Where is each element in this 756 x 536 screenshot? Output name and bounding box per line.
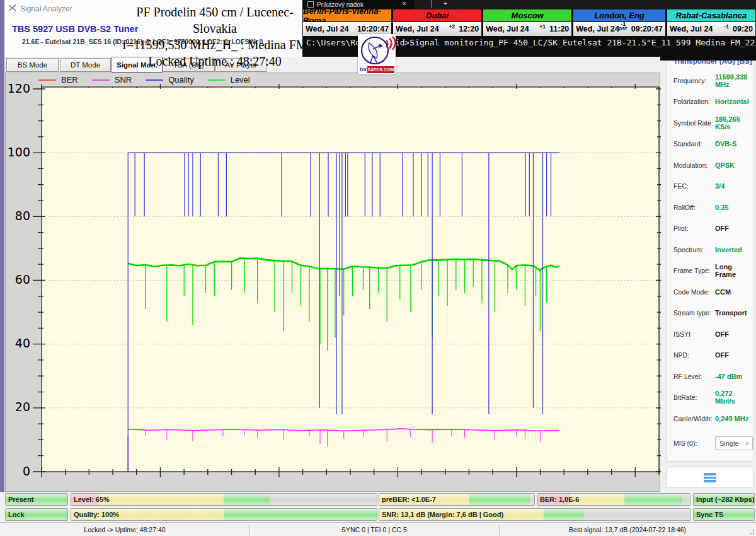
mis-select[interactable]: Single∨ <box>715 436 753 450</box>
sidebar-row-value: CCM <box>715 288 731 296</box>
statusbar-cell-0: Locked -> Uptime: 48:27:40 <box>0 523 249 536</box>
console-split-button[interactable]: │ <box>426 0 437 7</box>
gauge-ber: BER: 1,0E-6 <box>537 493 690 506</box>
signal-analyzer-window: Signal Analyzer TBS 5927 USB DVB-S2 Tune… <box>0 0 756 536</box>
sidebar-row-value: 3/4 <box>715 182 724 190</box>
sidebar-row: Standard:DVB-S <box>667 134 753 155</box>
statusbar-cell-1: SYNC 0 | TEI 0 | CC 5 <box>249 523 499 536</box>
legend-item-snr: SNR <box>92 75 132 84</box>
sidebar-row-label: Polarization: <box>673 98 715 105</box>
sidebar-row: Modulation:QPSK <box>667 154 753 176</box>
clock-0: Berlin-Paris-Vienna-RomaWed, Jul 2410:20… <box>302 9 392 37</box>
chart-panel: 020406080100120 BERSNRQualityLevel <box>5 73 660 492</box>
sidebar-row-label: Standard: <box>673 140 715 148</box>
legend-line-icon <box>146 79 163 81</box>
gauge-label: Input (~282 Kbps) <box>696 494 755 505</box>
overlay-line1: PF Prodelin 450 cm / Lucenec-Slovakia <box>122 4 308 37</box>
sidebar-row-value: 0,249 MHz <box>715 415 748 422</box>
gauge-label: Lock <box>8 509 25 520</box>
sidebar-row-label: Code Mode: <box>673 288 715 296</box>
window-title: Signal Analyzer <box>20 4 72 13</box>
clock-time: Wed, Jul 24+111:20 <box>483 22 572 37</box>
list-icon <box>704 473 716 482</box>
sidebar-tool-button[interactable] <box>667 467 753 488</box>
tab-dt-mode[interactable]: DT Mode <box>60 58 111 72</box>
gauge-strip: PresentLevel: 65%preBER: <1.0E-7BER: 1,0… <box>0 492 756 522</box>
clock-2: MoscowWed, Jul 24+111:20 <box>483 9 572 37</box>
clock-3: London, EngWed, Jul 24-1DST09:20:47 <box>573 9 666 37</box>
sidebar-row-value: Transport <box>715 309 747 317</box>
sidebar-row: Code Mode:CCM <box>667 281 753 303</box>
legend-item-level: Level <box>208 75 250 84</box>
gauge-level: Level: 65% <box>71 493 377 506</box>
tab-bs-mode[interactable]: BS Mode <box>6 58 59 72</box>
legend-line-icon <box>208 79 226 81</box>
logo-dx: DX <box>359 66 367 73</box>
sidebar-row-label: Frame Type: <box>673 267 715 274</box>
sidebar-row-label: RollOff: <box>673 204 715 211</box>
gauge-lock: Lock <box>5 508 68 521</box>
header-overlay: PF Prodelin 450 cm / Lucenec-Slovakia f=… <box>122 4 308 69</box>
sidebar-row: RF Level:-47 dBm <box>667 366 753 387</box>
svg-text:0: 0 <box>23 464 30 478</box>
gauge-label: Quality: 100% <box>74 509 119 520</box>
world-clock-row: Berlin-Paris-Vienna-RomaWed, Jul 2410:20… <box>302 9 756 37</box>
resize-grip[interactable] <box>750 530 755 535</box>
clock-time: Wed, Jul 24-1DST09:20:47 <box>573 22 666 37</box>
sidebar-row: FEC:3/4 <box>667 176 753 197</box>
overlay-line3: Locked Uptime : 48:27:40 <box>122 53 308 69</box>
sidebar-row-value: 0,272 Mbit/s <box>715 390 753 405</box>
sidebar-row: CarrierWidth:0,249 MHz <box>667 408 753 429</box>
window-left-border <box>0 0 4 493</box>
legend-item-ber: BER <box>38 75 78 84</box>
gauge-preber: preBER: <1.0E-7 <box>379 493 535 506</box>
gauge-sync-ts: Sync TS <box>693 508 755 521</box>
gauge-snr: SNR: 13,1 dB (Margin: 7,6 dB | Good) <box>379 508 690 521</box>
overlay-line2: f=11599,530 MHz_H_ : Medina FM <box>122 37 308 53</box>
sidebar-row-value: 185,265 KS/s <box>715 115 753 131</box>
signal-chart: 020406080100120 <box>6 73 661 492</box>
console-edge-strip <box>660 57 756 61</box>
sidebar-row-label: Frequency: <box>673 77 715 84</box>
clock-city: Berlin-Paris-Vienna-Roma <box>302 9 392 22</box>
sidebar-row-label: NPD: <box>673 351 715 359</box>
legend-line-icon <box>38 79 56 81</box>
sidebar-row: MIS (0):Single∨ <box>667 429 753 457</box>
sidebar-row-label: Symbol Rate: <box>673 119 715 127</box>
sidebar-row: ISSYIOFF <box>667 323 753 345</box>
sidebar-row-label: Pilot: <box>673 224 715 232</box>
sidebar-row-value: 11599,338 MHz <box>715 73 753 88</box>
clock-4: Rabat-CasablancaWed, Jul 24-109:20 <box>667 9 756 37</box>
svg-text:80: 80 <box>15 209 30 223</box>
clock-time: Wed, Jul 24-109:20 <box>667 22 756 37</box>
gauge-label: BER: 1,0E-6 <box>540 494 579 505</box>
gauge-label: SNR: 13,1 dB (Margin: 7,6 dB | Good) <box>382 509 503 520</box>
sidebar-row-label: FEC: <box>673 182 715 190</box>
gauge-quality: Quality: 100% <box>71 508 377 521</box>
sidebar-row-label: RF Level: <box>673 373 715 380</box>
svg-text:40: 40 <box>15 336 30 350</box>
sidebar-row: Pilot:OFF <box>667 218 753 240</box>
statusbar: Locked -> Uptime: 48:27:40SYNC 0 | TEI 0… <box>0 522 756 536</box>
svg-text:60: 60 <box>15 272 30 286</box>
gauge-label: Present <box>8 494 33 505</box>
sidebar-row-label: Modulation: <box>673 161 715 169</box>
sidebar-row-value: DVB-S <box>715 140 736 148</box>
clock-city: Rabat-Casablanca <box>667 9 756 22</box>
logo-banner: DX SATCS.COM <box>359 66 394 73</box>
sidebar-row: Polarization:Horizontal <box>667 91 753 113</box>
statusbar-cell-2: Best signal: 13,7 dB (2024-07-22 18:46) <box>499 523 756 536</box>
console-new-tab-button[interactable]: + <box>440 0 451 7</box>
sidebar-row-value: Horizontal <box>715 98 749 105</box>
sidebar-row-label: BitRate: <box>673 393 715 401</box>
app-icon <box>8 4 16 14</box>
sidebar-row-label: MIS (0): <box>673 440 715 447</box>
svg-text:100: 100 <box>8 145 30 159</box>
console-tab-close-icon[interactable]: ✕ <box>402 1 407 7</box>
sidebar-row: RollOff:0.35 <box>667 197 753 218</box>
sidebar-row-label: ISSYI <box>673 330 715 338</box>
clock-time: Wed, Jul 24+212:20 <box>392 22 482 37</box>
sidebar-row: Frame Type:Long Frame <box>667 260 753 282</box>
sidebar-row-value: -47 dBm <box>715 373 742 380</box>
gauge-label: Sync TS <box>696 509 723 520</box>
